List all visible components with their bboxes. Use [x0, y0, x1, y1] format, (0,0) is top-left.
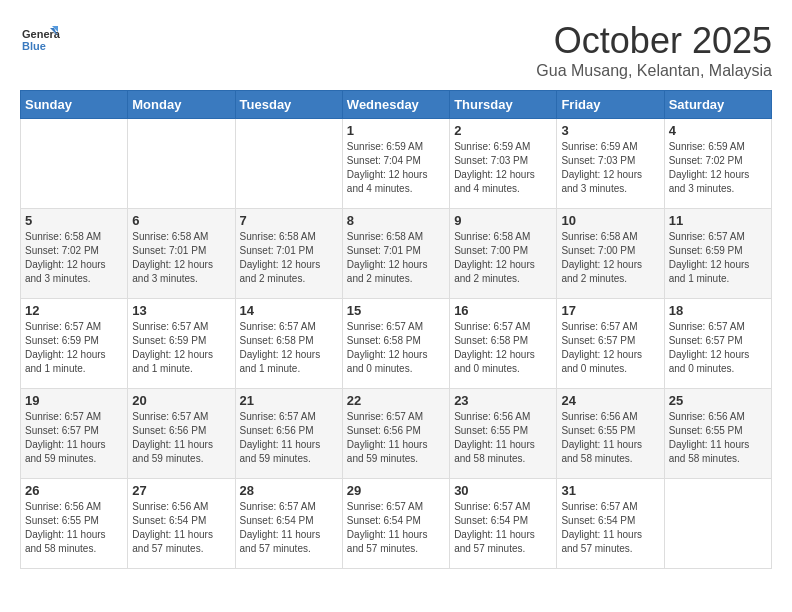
calendar-header: Sunday Monday Tuesday Wednesday Thursday… — [21, 91, 772, 119]
calendar-body: 1Sunrise: 6:59 AMSunset: 7:04 PMDaylight… — [21, 119, 772, 569]
day-info: Sunrise: 6:56 AMSunset: 6:55 PMDaylight:… — [25, 500, 123, 556]
day-number: 7 — [240, 213, 338, 228]
calendar-week-2: 12Sunrise: 6:57 AMSunset: 6:59 PMDayligh… — [21, 299, 772, 389]
day-info: Sunrise: 6:57 AMSunset: 6:57 PMDaylight:… — [561, 320, 659, 376]
calendar-cell: 23Sunrise: 6:56 AMSunset: 6:55 PMDayligh… — [450, 389, 557, 479]
calendar-cell: 27Sunrise: 6:56 AMSunset: 6:54 PMDayligh… — [128, 479, 235, 569]
calendar-cell — [664, 479, 771, 569]
day-number: 15 — [347, 303, 445, 318]
day-info: Sunrise: 6:57 AMSunset: 6:56 PMDaylight:… — [132, 410, 230, 466]
day-info: Sunrise: 6:58 AMSunset: 7:01 PMDaylight:… — [132, 230, 230, 286]
calendar-cell: 20Sunrise: 6:57 AMSunset: 6:56 PMDayligh… — [128, 389, 235, 479]
calendar-cell: 31Sunrise: 6:57 AMSunset: 6:54 PMDayligh… — [557, 479, 664, 569]
day-info: Sunrise: 6:57 AMSunset: 6:59 PMDaylight:… — [25, 320, 123, 376]
day-info: Sunrise: 6:57 AMSunset: 6:56 PMDaylight:… — [347, 410, 445, 466]
calendar-cell: 3Sunrise: 6:59 AMSunset: 7:03 PMDaylight… — [557, 119, 664, 209]
calendar-cell: 22Sunrise: 6:57 AMSunset: 6:56 PMDayligh… — [342, 389, 449, 479]
day-info: Sunrise: 6:56 AMSunset: 6:55 PMDaylight:… — [669, 410, 767, 466]
calendar-week-3: 19Sunrise: 6:57 AMSunset: 6:57 PMDayligh… — [21, 389, 772, 479]
day-info: Sunrise: 6:59 AMSunset: 7:02 PMDaylight:… — [669, 140, 767, 196]
header-row: Sunday Monday Tuesday Wednesday Thursday… — [21, 91, 772, 119]
calendar-cell — [128, 119, 235, 209]
calendar-cell: 19Sunrise: 6:57 AMSunset: 6:57 PMDayligh… — [21, 389, 128, 479]
calendar-cell: 15Sunrise: 6:57 AMSunset: 6:58 PMDayligh… — [342, 299, 449, 389]
calendar-cell: 21Sunrise: 6:57 AMSunset: 6:56 PMDayligh… — [235, 389, 342, 479]
day-number: 22 — [347, 393, 445, 408]
day-info: Sunrise: 6:58 AMSunset: 7:02 PMDaylight:… — [25, 230, 123, 286]
calendar-cell: 16Sunrise: 6:57 AMSunset: 6:58 PMDayligh… — [450, 299, 557, 389]
day-number: 8 — [347, 213, 445, 228]
col-thursday: Thursday — [450, 91, 557, 119]
calendar-cell: 18Sunrise: 6:57 AMSunset: 6:57 PMDayligh… — [664, 299, 771, 389]
day-info: Sunrise: 6:56 AMSunset: 6:55 PMDaylight:… — [561, 410, 659, 466]
calendar-cell: 6Sunrise: 6:58 AMSunset: 7:01 PMDaylight… — [128, 209, 235, 299]
day-info: Sunrise: 6:57 AMSunset: 6:56 PMDaylight:… — [240, 410, 338, 466]
day-info: Sunrise: 6:57 AMSunset: 6:57 PMDaylight:… — [669, 320, 767, 376]
col-monday: Monday — [128, 91, 235, 119]
day-number: 13 — [132, 303, 230, 318]
calendar-cell: 1Sunrise: 6:59 AMSunset: 7:04 PMDaylight… — [342, 119, 449, 209]
title-area: October 2025 Gua Musang, Kelantan, Malay… — [536, 20, 772, 80]
day-info: Sunrise: 6:59 AMSunset: 7:04 PMDaylight:… — [347, 140, 445, 196]
day-number: 25 — [669, 393, 767, 408]
logo-icon: General Blue — [20, 20, 60, 60]
day-info: Sunrise: 6:56 AMSunset: 6:54 PMDaylight:… — [132, 500, 230, 556]
svg-text:Blue: Blue — [22, 40, 46, 52]
day-info: Sunrise: 6:57 AMSunset: 6:57 PMDaylight:… — [25, 410, 123, 466]
logo: General Blue General Blue — [20, 20, 64, 60]
calendar-cell: 29Sunrise: 6:57 AMSunset: 6:54 PMDayligh… — [342, 479, 449, 569]
day-number: 6 — [132, 213, 230, 228]
col-friday: Friday — [557, 91, 664, 119]
day-number: 21 — [240, 393, 338, 408]
calendar-week-0: 1Sunrise: 6:59 AMSunset: 7:04 PMDaylight… — [21, 119, 772, 209]
day-number: 1 — [347, 123, 445, 138]
day-number: 17 — [561, 303, 659, 318]
calendar-cell: 14Sunrise: 6:57 AMSunset: 6:58 PMDayligh… — [235, 299, 342, 389]
day-info: Sunrise: 6:57 AMSunset: 6:54 PMDaylight:… — [347, 500, 445, 556]
day-info: Sunrise: 6:58 AMSunset: 7:00 PMDaylight:… — [561, 230, 659, 286]
day-info: Sunrise: 6:57 AMSunset: 6:54 PMDaylight:… — [240, 500, 338, 556]
day-info: Sunrise: 6:57 AMSunset: 6:59 PMDaylight:… — [669, 230, 767, 286]
day-number: 4 — [669, 123, 767, 138]
day-number: 31 — [561, 483, 659, 498]
day-info: Sunrise: 6:58 AMSunset: 7:01 PMDaylight:… — [347, 230, 445, 286]
calendar-cell: 30Sunrise: 6:57 AMSunset: 6:54 PMDayligh… — [450, 479, 557, 569]
day-number: 10 — [561, 213, 659, 228]
col-saturday: Saturday — [664, 91, 771, 119]
day-info: Sunrise: 6:57 AMSunset: 6:58 PMDaylight:… — [240, 320, 338, 376]
day-number: 30 — [454, 483, 552, 498]
calendar-cell — [21, 119, 128, 209]
calendar-cell: 4Sunrise: 6:59 AMSunset: 7:02 PMDaylight… — [664, 119, 771, 209]
day-number: 9 — [454, 213, 552, 228]
day-number: 26 — [25, 483, 123, 498]
day-info: Sunrise: 6:58 AMSunset: 7:00 PMDaylight:… — [454, 230, 552, 286]
day-number: 12 — [25, 303, 123, 318]
calendar-cell: 12Sunrise: 6:57 AMSunset: 6:59 PMDayligh… — [21, 299, 128, 389]
day-number: 28 — [240, 483, 338, 498]
calendar-week-4: 26Sunrise: 6:56 AMSunset: 6:55 PMDayligh… — [21, 479, 772, 569]
day-info: Sunrise: 6:57 AMSunset: 6:58 PMDaylight:… — [347, 320, 445, 376]
calendar-cell: 7Sunrise: 6:58 AMSunset: 7:01 PMDaylight… — [235, 209, 342, 299]
calendar-cell: 25Sunrise: 6:56 AMSunset: 6:55 PMDayligh… — [664, 389, 771, 479]
calendar-cell: 9Sunrise: 6:58 AMSunset: 7:00 PMDaylight… — [450, 209, 557, 299]
col-sunday: Sunday — [21, 91, 128, 119]
calendar-cell: 28Sunrise: 6:57 AMSunset: 6:54 PMDayligh… — [235, 479, 342, 569]
day-number: 11 — [669, 213, 767, 228]
calendar-table: Sunday Monday Tuesday Wednesday Thursday… — [20, 90, 772, 569]
day-number: 23 — [454, 393, 552, 408]
calendar-cell: 17Sunrise: 6:57 AMSunset: 6:57 PMDayligh… — [557, 299, 664, 389]
day-number: 5 — [25, 213, 123, 228]
day-info: Sunrise: 6:57 AMSunset: 6:59 PMDaylight:… — [132, 320, 230, 376]
col-wednesday: Wednesday — [342, 91, 449, 119]
day-number: 2 — [454, 123, 552, 138]
calendar-cell: 10Sunrise: 6:58 AMSunset: 7:00 PMDayligh… — [557, 209, 664, 299]
calendar-cell: 24Sunrise: 6:56 AMSunset: 6:55 PMDayligh… — [557, 389, 664, 479]
calendar-cell — [235, 119, 342, 209]
day-info: Sunrise: 6:59 AMSunset: 7:03 PMDaylight:… — [561, 140, 659, 196]
day-info: Sunrise: 6:56 AMSunset: 6:55 PMDaylight:… — [454, 410, 552, 466]
col-tuesday: Tuesday — [235, 91, 342, 119]
calendar-cell: 5Sunrise: 6:58 AMSunset: 7:02 PMDaylight… — [21, 209, 128, 299]
calendar-cell: 2Sunrise: 6:59 AMSunset: 7:03 PMDaylight… — [450, 119, 557, 209]
calendar-cell: 8Sunrise: 6:58 AMSunset: 7:01 PMDaylight… — [342, 209, 449, 299]
day-info: Sunrise: 6:57 AMSunset: 6:54 PMDaylight:… — [454, 500, 552, 556]
